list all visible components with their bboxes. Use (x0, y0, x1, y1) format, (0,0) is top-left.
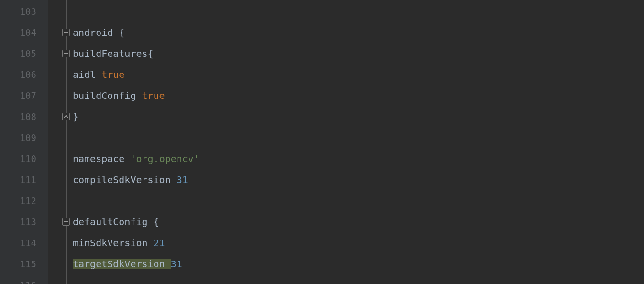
code-token: true (142, 91, 165, 100)
fold-cell (48, 169, 72, 190)
fold-cell (48, 211, 72, 232)
code-line[interactable] (73, 127, 644, 148)
line-number: 109 (0, 127, 48, 148)
fold-column (48, 0, 72, 284)
fold-cell (48, 274, 72, 284)
line-number: 115 (0, 253, 48, 274)
line-number: 114 (0, 232, 48, 253)
line-number: 110 (0, 148, 48, 169)
code-token: true (101, 70, 124, 79)
fold-collapse-icon[interactable] (62, 218, 70, 226)
code-token: buildFeatures (73, 49, 148, 58)
code-line[interactable]: buildConfig true (73, 85, 644, 106)
fold-cell (48, 232, 72, 253)
code-line[interactable]: buildFeatures{ (73, 43, 644, 64)
fold-expand-icon[interactable] (62, 113, 70, 120)
code-line[interactable]: defaultConfig { (73, 211, 644, 232)
code-token: minSdkVersion (73, 238, 154, 248)
code-token: targetSdkVersion (73, 259, 171, 269)
code-token: aidl (73, 70, 101, 79)
code-token: 'org.opencv' (130, 154, 200, 164)
code-token: namespace (73, 154, 130, 164)
fold-cell (48, 190, 72, 211)
code-token: 21 (154, 238, 165, 248)
fold-collapse-icon[interactable] (62, 29, 70, 36)
code-token: } (73, 112, 78, 121)
fold-cell (48, 22, 72, 43)
code-line[interactable]: aidl true (73, 64, 644, 85)
code-line[interactable]: } (73, 106, 644, 127)
code-editor[interactable]: 1031041051061071081091101111121131141151… (0, 0, 644, 284)
code-line[interactable] (73, 274, 644, 284)
code-line[interactable]: minSdkVersion 21 (73, 232, 644, 253)
line-number: 107 (0, 85, 48, 106)
line-number: 106 (0, 64, 48, 85)
line-number: 108 (0, 106, 48, 127)
fold-cell (48, 253, 72, 274)
fold-cell (48, 85, 72, 106)
gutter: 1031041051061071081091101111121131141151… (0, 0, 48, 284)
line-number: 104 (0, 22, 48, 43)
fold-cell (48, 64, 72, 85)
code-token: android (73, 28, 119, 37)
fold-cell (48, 1, 72, 22)
fold-cell (48, 148, 72, 169)
fold-cell (48, 43, 72, 64)
line-number: 105 (0, 43, 48, 64)
code-line[interactable]: targetSdkVersion 31 (73, 253, 644, 274)
code-line[interactable]: compileSdkVersion 31 (73, 169, 644, 190)
line-number: 103 (0, 1, 48, 22)
line-number: 111 (0, 169, 48, 190)
code-line[interactable] (73, 190, 644, 211)
line-number: 116 (0, 274, 48, 284)
code-token: buildConfig (73, 91, 142, 100)
code-token: { (148, 49, 154, 58)
fold-cell (48, 106, 72, 127)
code-line[interactable]: android { (73, 22, 644, 43)
code-line[interactable]: namespace 'org.opencv' (73, 148, 644, 169)
code-token: { (119, 28, 124, 37)
code-token: defaultConfig (73, 217, 154, 227)
fold-cell (48, 127, 72, 148)
code-token: 31 (171, 259, 182, 269)
code-token: 31 (177, 175, 188, 185)
fold-collapse-icon[interactable] (62, 50, 70, 57)
line-number: 112 (0, 190, 48, 211)
code-line[interactable] (73, 1, 644, 22)
code-area[interactable]: android { buildFeatures{ aidl true build… (72, 0, 644, 284)
line-number: 113 (0, 211, 48, 232)
code-token: compileSdkVersion (73, 175, 177, 185)
code-token: { (154, 217, 159, 227)
